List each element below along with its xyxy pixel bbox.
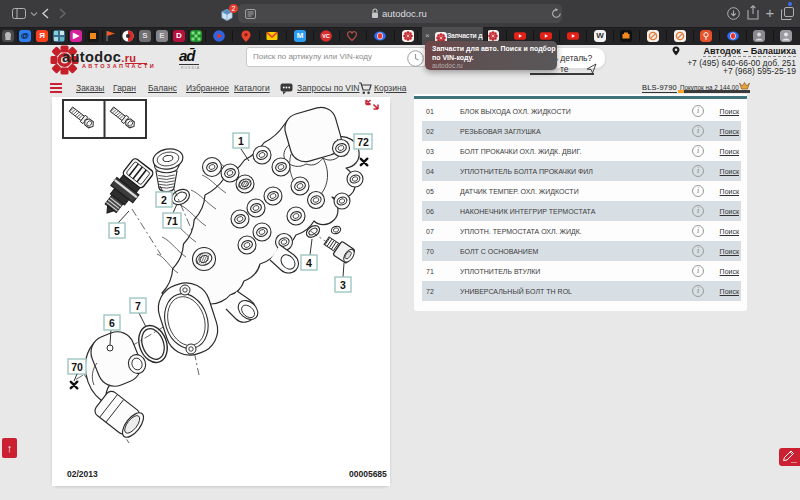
- svg-text:02/2013: 02/2013: [67, 469, 98, 479]
- svg-text:70: 70: [71, 361, 83, 373]
- svg-text:72: 72: [357, 136, 369, 148]
- svg-text:3: 3: [340, 279, 346, 291]
- svg-text:00005685: 00005685: [349, 469, 387, 479]
- svg-text:1: 1: [238, 135, 244, 147]
- svg-text:4: 4: [306, 257, 312, 269]
- svg-text:5: 5: [114, 225, 120, 237]
- svg-text:6: 6: [109, 317, 115, 329]
- svg-text:7: 7: [135, 300, 141, 312]
- svg-text:71: 71: [166, 215, 178, 227]
- svg-text:2: 2: [161, 194, 167, 206]
- svg-text:VC: VC: [322, 33, 330, 39]
